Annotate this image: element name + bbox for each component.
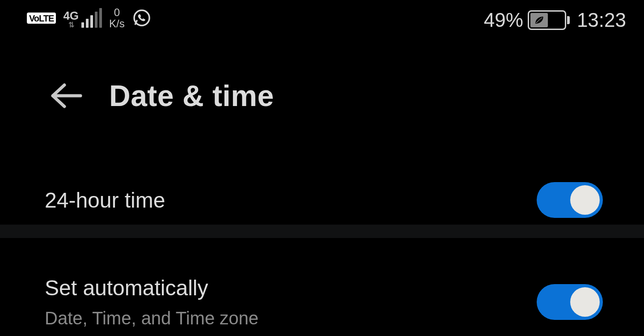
speed-unit: K/s	[109, 18, 125, 29]
toggle-knob	[570, 287, 600, 317]
setting-texts: Set automatically Date, Time, and Time z…	[45, 276, 258, 328]
arrow-left-icon	[48, 82, 84, 110]
speed-value: 0	[114, 7, 120, 18]
battery-icon	[528, 10, 570, 30]
page-header: Date & time	[0, 39, 644, 113]
status-bar: VoLTE 4G ⇅ 0 K/s 49%	[0, 0, 644, 39]
back-button[interactable]	[48, 81, 84, 111]
status-right: 49% 13:23	[484, 6, 626, 31]
network-activity-arrows-icon: ⇅	[68, 21, 73, 29]
whatsapp-notification-icon	[132, 6, 152, 30]
network-4g-label: 4G	[63, 10, 79, 21]
setting-row-24-hour-time[interactable]: 24-hour time	[0, 175, 644, 225]
battery-percentage: 49%	[484, 9, 523, 31]
toggle-24-hour-time[interactable]	[537, 182, 603, 218]
setting-row-set-automatically[interactable]: Set automatically Date, Time, and Time z…	[0, 251, 644, 336]
status-left: VoLTE 4G ⇅ 0 K/s	[27, 6, 152, 30]
network-type: 4G ⇅	[63, 10, 79, 29]
signal-bars-icon	[81, 8, 102, 29]
section-divider	[0, 225, 644, 238]
leaf-icon	[534, 15, 544, 25]
toggle-set-automatically[interactable]	[537, 284, 603, 320]
network-signal: 4G ⇅	[63, 7, 102, 29]
data-speed-indicator: 0 K/s	[109, 7, 125, 29]
toggle-knob	[570, 185, 600, 215]
setting-sublabel: Date, Time, and Time zone	[45, 308, 258, 328]
setting-label: Set automatically	[45, 276, 258, 300]
volte-badge: VoLTE	[27, 13, 56, 24]
status-clock: 13:23	[577, 9, 626, 31]
setting-label: 24-hour time	[45, 188, 165, 213]
page-title: Date & time	[109, 79, 274, 113]
